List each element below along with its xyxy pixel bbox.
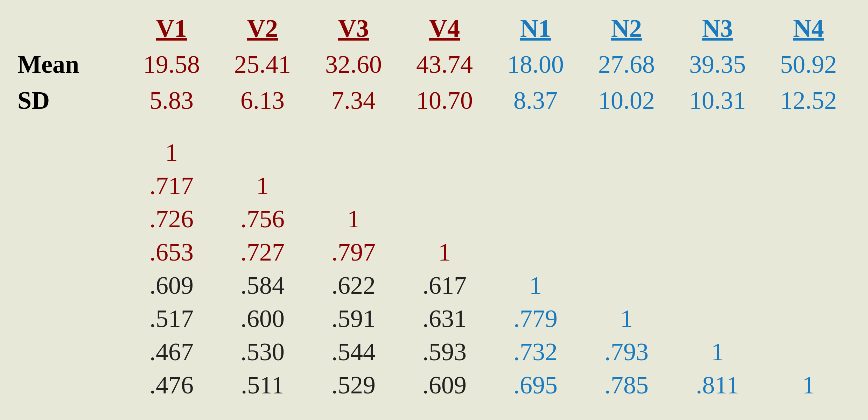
corr-8-n1: .695: [490, 369, 581, 402]
corr-7-n4: [763, 335, 854, 369]
sd-n2: 10.02: [581, 83, 672, 119]
corr-3-n2: [581, 202, 672, 236]
corr-5-n4: [763, 269, 854, 302]
corr-8-v1: .476: [126, 369, 217, 402]
corr-4-v2: .727: [217, 236, 308, 269]
corr-4-n4: [763, 236, 854, 269]
corr-row-7: .467 .530 .544 .593 .732 .793 1: [14, 335, 854, 369]
corr-8-v4: .609: [399, 369, 490, 402]
sd-row: SD 5.83 6.13 7.34 10.70 8.37 10.02 10.31…: [14, 83, 854, 119]
corr-7-v2: .530: [217, 335, 308, 369]
corr-5-n2: [581, 269, 672, 302]
corr-3-v4: [399, 202, 490, 236]
sd-v3: 7.34: [308, 83, 399, 119]
sd-n1: 8.37: [490, 83, 581, 119]
col-header-v3: V3: [308, 10, 399, 47]
corr-row-8: .476 .511 .529 .609 .695 .785 .811 1: [14, 369, 854, 402]
corr-6-n1: .779: [490, 302, 581, 335]
corr-5-n1: 1: [490, 269, 581, 302]
sd-label: SD: [14, 83, 126, 119]
corr-1-n2: [581, 136, 672, 169]
corr-1-v2: [217, 136, 308, 169]
corr-4-v1: .653: [126, 236, 217, 269]
corr-4-v3: .797: [308, 236, 399, 269]
corr-row-5: .609 .584 .622 .617 1: [14, 269, 854, 302]
corr-2-n1: [490, 169, 581, 202]
mean-label: Mean: [14, 47, 126, 83]
corr-3-v2: .756: [217, 202, 308, 236]
mean-v2: 25.41: [217, 47, 308, 83]
corr-6-v2: .600: [217, 302, 308, 335]
corr-8-n3: .811: [672, 369, 763, 402]
corr-4-n3: [672, 236, 763, 269]
corr-1-n1: [490, 136, 581, 169]
corr-2-v2: 1: [217, 169, 308, 202]
col-header-n4: N4: [763, 10, 854, 47]
stats-table-container: V1 V2 V3 V4 N1 N2 N3 N4 Mean 19.58 25.41…: [14, 10, 854, 402]
mean-n4: 50.92: [763, 47, 854, 83]
col-header-n3: N3: [672, 10, 763, 47]
corr-5-v2: .584: [217, 269, 308, 302]
corr-7-n3: 1: [672, 335, 763, 369]
corr-7-n1: .732: [490, 335, 581, 369]
corr-4-n2: [581, 236, 672, 269]
mean-v3: 32.60: [308, 47, 399, 83]
corr-4-n1: [490, 236, 581, 269]
corr-3-v1: .726: [126, 202, 217, 236]
corr-2-v1: .717: [126, 169, 217, 202]
sd-n4: 12.52: [763, 83, 854, 119]
mean-n1: 18.00: [490, 47, 581, 83]
col-header-v4: V4: [399, 10, 490, 47]
mean-n2: 27.68: [581, 47, 672, 83]
corr-4-v4: 1: [399, 236, 490, 269]
col-header-n1: N1: [490, 10, 581, 47]
corr-7-v4: .593: [399, 335, 490, 369]
corr-5-v4: .617: [399, 269, 490, 302]
corr-6-n3: [672, 302, 763, 335]
corr-5-n3: [672, 269, 763, 302]
col-header-v1: V1: [126, 10, 217, 47]
mean-v1: 19.58: [126, 47, 217, 83]
corr-6-v4: .631: [399, 302, 490, 335]
corr-3-v3: 1: [308, 202, 399, 236]
corr-1-n4: [763, 136, 854, 169]
corr-8-v3: .529: [308, 369, 399, 402]
corr-7-v3: .544: [308, 335, 399, 369]
sd-v2: 6.13: [217, 83, 308, 119]
corr-2-n3: [672, 169, 763, 202]
corr-7-n2: .793: [581, 335, 672, 369]
corr-5-v3: .622: [308, 269, 399, 302]
corr-1-v4: [399, 136, 490, 169]
corr-row-4: .653 .727 .797 1: [14, 236, 854, 269]
corr-6-v1: .517: [126, 302, 217, 335]
corr-8-n2: .785: [581, 369, 672, 402]
corr-8-n4: 1: [763, 369, 854, 402]
mean-row: Mean 19.58 25.41 32.60 43.74 18.00 27.68…: [14, 47, 854, 83]
corr-3-n1: [490, 202, 581, 236]
sd-v4: 10.70: [399, 83, 490, 119]
corr-2-n2: [581, 169, 672, 202]
corr-2-n4: [763, 169, 854, 202]
corr-row-6: .517 .600 .591 .631 .779 1: [14, 302, 854, 335]
corr-row-1: 1: [14, 136, 854, 169]
mean-n3: 39.35: [672, 47, 763, 83]
corr-7-v1: .467: [126, 335, 217, 369]
corr-8-v2: .511: [217, 369, 308, 402]
corr-row-3: .726 .756 1: [14, 202, 854, 236]
corr-6-n2: 1: [581, 302, 672, 335]
sd-n3: 10.31: [672, 83, 763, 119]
corr-row-2: .717 1: [14, 169, 854, 202]
corr-6-n4: [763, 302, 854, 335]
corr-5-v1: .609: [126, 269, 217, 302]
col-header-n2: N2: [581, 10, 672, 47]
corr-3-n3: [672, 202, 763, 236]
mean-v4: 43.74: [399, 47, 490, 83]
corr-1-v1: 1: [126, 136, 217, 169]
corr-1-n3: [672, 136, 763, 169]
corr-1-v3: [308, 136, 399, 169]
corr-3-n4: [763, 202, 854, 236]
spacer-row: [14, 119, 854, 136]
sd-v1: 5.83: [126, 83, 217, 119]
corr-2-v3: [308, 169, 399, 202]
col-header-v2: V2: [217, 10, 308, 47]
